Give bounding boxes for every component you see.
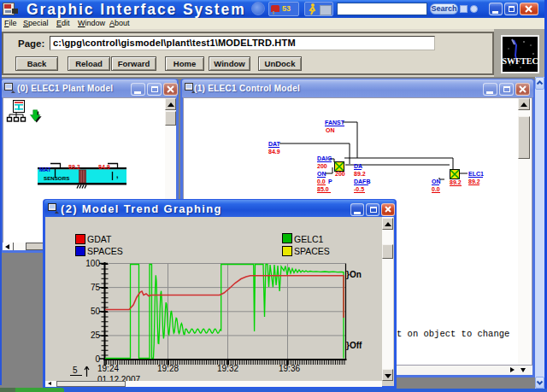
svg-text:FANST: FANST [325, 120, 345, 126]
svg-text:0.0: 0.0 [317, 178, 326, 184]
svg-text:DA: DA [354, 163, 362, 169]
svg-text:0: 0 [95, 354, 100, 364]
svg-text:DAT: DAT [268, 141, 281, 147]
svg-text:84.9: 84.9 [268, 149, 280, 155]
svg-text:ON: ON [432, 178, 441, 184]
svg-text:100: 100 [85, 259, 100, 268]
svg-text:89.2: 89.2 [354, 171, 366, 177]
svg-text:0.0: 0.0 [432, 186, 440, 192]
svg-text:DAFB: DAFB [354, 178, 370, 184]
svg-text:ON: ON [317, 171, 326, 177]
svg-text:200: 200 [335, 171, 345, 177]
svg-text:SENSORS: SENSORS [44, 175, 69, 181]
svg-text:89.2: 89.2 [68, 164, 80, 170]
svg-text:25: 25 [91, 331, 101, 340]
svg-text:85.0: 85.0 [317, 186, 329, 192]
svg-text:SWFTEC: SWFTEC [503, 56, 538, 66]
svg-text:89.2: 89.2 [468, 178, 480, 184]
svg-text:89.2: 89.2 [450, 179, 462, 185]
svg-text:200: 200 [317, 163, 327, 169]
svg-text:}On: }On [346, 270, 362, 279]
svg-text:P: P [328, 178, 332, 184]
svg-text:ON: ON [326, 127, 335, 133]
svg-text:}Off: }Off [346, 341, 362, 350]
svg-text:DAIG: DAIG [317, 155, 332, 161]
svg-text:,: , [116, 171, 119, 179]
svg-text:-0.5: -0.5 [354, 186, 364, 192]
svg-text:ELC1: ELC1 [468, 171, 484, 177]
svg-text:50: 50 [91, 307, 101, 316]
svg-text:75: 75 [91, 283, 101, 292]
svg-text:MAT: MAT [39, 167, 51, 173]
svg-text:84.9: 84.9 [98, 164, 110, 170]
